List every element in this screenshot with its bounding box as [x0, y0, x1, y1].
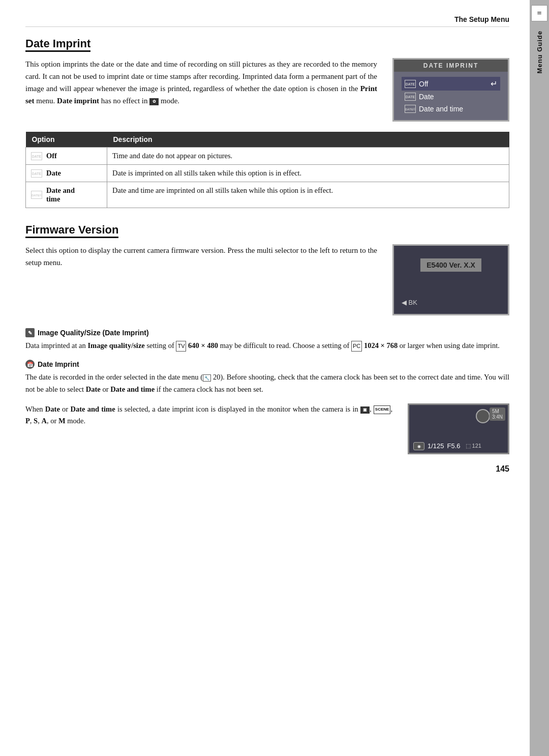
note1-header: ✎ Image Quality/Size (Date Imprint): [25, 328, 509, 337]
description-cell-date: Date is imprinted on all stills taken wh…: [107, 165, 509, 182]
screen-item-date: DATE Date: [402, 91, 500, 103]
note2-header: 📅 Date Imprint: [25, 360, 509, 369]
option-label-datetime: Date andtime: [46, 186, 75, 203]
screen-title: DATE IMPRINT: [394, 60, 508, 72]
date-icon-date-table: DATE: [31, 169, 42, 178]
viewfinder-screen: 5M3:4N ◉ 1/125 F5.6 ⬚ 121: [408, 403, 509, 454]
date-imprint-section: Date Imprint This option imprints the da…: [25, 37, 509, 208]
content-area: The Setup Menu Date Imprint This option …: [0, 0, 530, 756]
option-cell-off: DATE Off: [26, 148, 107, 165]
screen-item-datetime: DATE© Date and time: [402, 103, 500, 115]
date-imprint-top: This option imprints the date or the dat…: [25, 58, 509, 122]
camera-body-icon: ◉: [413, 442, 424, 450]
date-imprint-screen: DATE IMPRINT DATE Off ↵ DATE Date DATE©: [392, 58, 509, 122]
firmware-version-display: E5400 Ver. X.X: [402, 258, 500, 272]
bottom-section: When Date or Date and time is selected, …: [25, 403, 509, 454]
viewfinder-shutter: 1/125: [428, 442, 444, 450]
viewfinder-frame-count: ⬚ 121: [466, 443, 481, 449]
note1-title: Image Quality/Size (Date Imprint): [38, 329, 149, 337]
firmware-version-text: E5400 Ver. X.X: [420, 258, 481, 272]
note-image-quality: ✎ Image Quality/Size (Date Imprint) Data…: [25, 328, 509, 352]
screen-item-off: DATE Off ↵: [402, 77, 500, 91]
option-inner-date: DATE Date: [31, 169, 102, 178]
screen-item-date-label: Date: [419, 93, 434, 101]
option-cell-datetime: DATE© Date andtime: [26, 182, 107, 208]
table-row: DATE Date Date is imprinted on all still…: [26, 165, 509, 182]
note2-body: The date is recorded in the order select…: [25, 371, 509, 395]
option-inner-off: DATE Off: [31, 152, 102, 160]
option-label-off: Off: [46, 152, 57, 160]
description-cell-datetime: Date and time are imprinted on all still…: [107, 182, 509, 208]
option-label-date: Date: [46, 169, 61, 178]
firmware-bk-label: ◀ BK: [402, 299, 500, 306]
description-cell-off: Time and date do not appear on pictures.: [107, 148, 509, 165]
right-sidebar-tab: ≡ Menu Guide: [530, 0, 549, 756]
screen-item-datetime-label: Date and time: [419, 105, 463, 113]
page-header: The Setup Menu: [25, 15, 509, 27]
date-imprint-title: Date Imprint: [25, 37, 90, 52]
date-icon-off-table: DATE: [31, 152, 42, 160]
note-date-imprint: 📅 Date Imprint The date is recorded in t…: [25, 360, 509, 395]
date-icon-date: DATE: [405, 93, 416, 101]
date-icon-off: DATE: [405, 80, 416, 88]
firmware-top: Select this option to display the curren…: [25, 244, 509, 315]
date-imprint-body: This option imprints the date or the dat…: [25, 58, 377, 122]
table-row: DATE© Date andtime Date and time are imp…: [26, 182, 509, 208]
date-icon-datetime-table: DATE©: [31, 191, 42, 199]
firmware-screen: E5400 Ver. X.X ◀ BK: [392, 244, 509, 315]
viewfinder-corner-label: 5M3:4N: [490, 408, 505, 421]
pencil-icon: ✎: [25, 328, 35, 337]
page-wrapper: The Setup Menu Date Imprint This option …: [0, 0, 549, 756]
note2-title: Date Imprint: [38, 360, 79, 368]
bottom-text: When Date or Date and time is selected, …: [25, 403, 392, 427]
table-header-option: Option: [26, 132, 107, 148]
tab-icon: ≡: [531, 5, 547, 21]
arrow-icon: ↵: [491, 79, 497, 89]
header-title: The Setup Menu: [454, 15, 509, 23]
table-row: DATE Off Time and date do not appear on …: [26, 148, 509, 165]
firmware-section: Firmware Version Select this option to d…: [25, 223, 509, 315]
description-text-off: Time and date do not appear on pictures.: [112, 152, 232, 160]
viewfinder-bottom-bar: ◉ 1/125 F5.6 ⬚ 121: [413, 442, 504, 450]
date-icon-datetime: DATE©: [405, 105, 416, 113]
screen-item-off-label: Off: [419, 80, 428, 88]
description-text-date: Date is imprinted on all stills taken wh…: [112, 169, 301, 177]
firmware-title: Firmware Version: [25, 223, 118, 238]
note1-body: Data imprinted at an Image quality/size …: [25, 340, 509, 352]
option-cell-date: DATE Date: [26, 165, 107, 182]
firmware-body: Select this option to display the curren…: [25, 244, 377, 315]
page-number: 145: [25, 464, 509, 474]
options-table: Option Description DATE Off Time: [25, 132, 509, 208]
table-header-description: Description: [107, 132, 509, 148]
screen-body: DATE Off ↵ DATE Date DATE© Date and time: [394, 72, 508, 120]
viewfinder-aperture: F5.6: [447, 442, 461, 450]
scene-icon: SCENE: [374, 405, 391, 414]
viewfinder-circle: [476, 409, 490, 423]
description-text-datetime: Date and time are imprinted on all still…: [112, 186, 333, 194]
option-inner-datetime: DATE© Date andtime: [31, 186, 102, 203]
calendar-icon: 📅: [25, 360, 35, 369]
list-icon: ≡: [537, 9, 541, 18]
menu-guide-label: Menu Guide: [536, 31, 543, 73]
